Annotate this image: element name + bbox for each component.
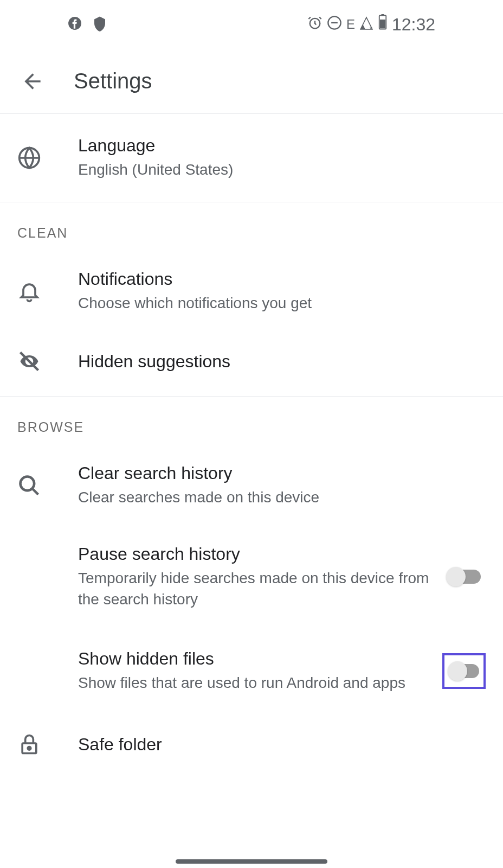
svg-point-8	[21, 477, 35, 491]
safe-folder-title: Safe folder	[78, 735, 486, 755]
facebook-icon	[68, 16, 82, 33]
back-button[interactable]	[18, 67, 47, 95]
do-not-disturb-icon	[327, 15, 342, 35]
shield-icon	[92, 15, 108, 34]
language-item[interactable]: Language English (United States)	[0, 114, 503, 202]
show-hidden-toggle[interactable]	[449, 664, 479, 678]
signal-icon: ×	[359, 15, 373, 35]
clean-section-header: CLEAN	[0, 202, 503, 253]
network-type: E	[346, 17, 355, 32]
notifications-title: Notifications	[78, 269, 486, 289]
page-title: Settings	[74, 69, 152, 93]
settings-list: Language English (United States) CLEAN N…	[0, 114, 503, 767]
bell-icon	[17, 279, 41, 303]
clock-time: 12:32	[392, 15, 435, 35]
pause-search-title: Pause search history	[78, 544, 431, 564]
browse-section-header: BROWSE	[0, 397, 503, 447]
eye-off-icon	[17, 349, 41, 373]
pause-search-toggle[interactable]	[447, 570, 481, 584]
search-icon	[17, 474, 41, 497]
svg-rect-5	[381, 14, 384, 16]
svg-point-10	[28, 747, 31, 750]
notifications-subtitle: Choose which notifications you get	[78, 292, 486, 314]
highlighted-toggle	[442, 653, 486, 689]
clear-search-item[interactable]: Clear search history Clear searches made…	[0, 447, 503, 524]
show-hidden-title: Show hidden files	[78, 649, 431, 669]
show-hidden-subtitle: Show files that are used to run Android …	[78, 672, 431, 693]
arrow-back-icon	[21, 69, 44, 93]
globe-icon	[17, 146, 41, 170]
hidden-suggestions-title: Hidden suggestions	[78, 352, 486, 372]
status-bar: E × 12:32	[0, 0, 503, 49]
safe-folder-item[interactable]: Safe folder	[0, 713, 503, 767]
lock-icon	[17, 732, 41, 756]
navigation-bar[interactable]	[176, 859, 327, 864]
show-hidden-files-item[interactable]: Show hidden files Show files that are us…	[0, 629, 503, 713]
pause-search-subtitle: Temporarily hide searches made on this d…	[78, 567, 431, 610]
clear-search-title: Clear search history	[78, 463, 486, 483]
svg-text:×: ×	[369, 24, 372, 30]
battery-icon	[378, 14, 388, 35]
clear-search-subtitle: Clear searches made on this device	[78, 487, 486, 508]
hidden-suggestions-item[interactable]: Hidden suggestions	[0, 330, 503, 397]
alarm-icon	[307, 15, 323, 35]
notifications-item[interactable]: Notifications Choose which notifications…	[0, 253, 503, 330]
pause-search-item[interactable]: Pause search history Temporarily hide se…	[0, 525, 503, 629]
language-subtitle: English (United States)	[78, 159, 486, 180]
language-title: Language	[78, 136, 486, 156]
svg-rect-6	[380, 20, 385, 28]
toolbar: Settings	[0, 49, 503, 114]
